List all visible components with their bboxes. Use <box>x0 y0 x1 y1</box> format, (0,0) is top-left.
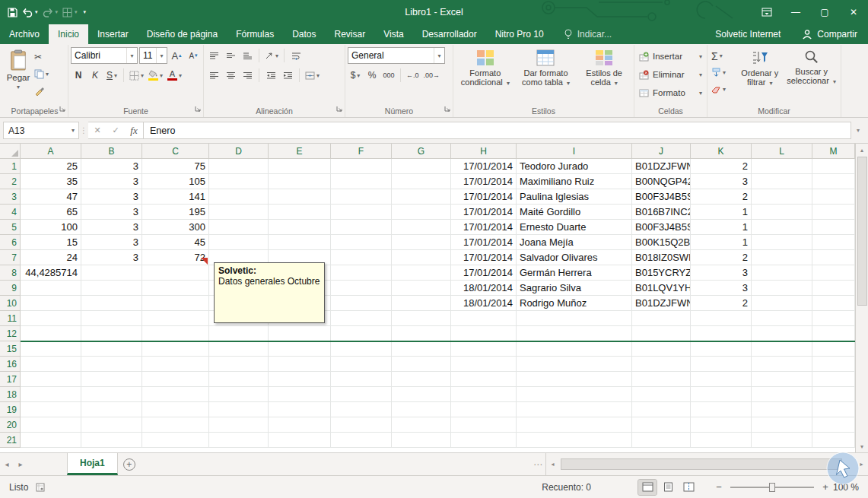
cell-B12[interactable] <box>81 326 142 341</box>
cell-K21[interactable] <box>691 433 752 448</box>
cell-B17[interactable] <box>81 372 142 387</box>
cell-D3[interactable] <box>209 189 269 205</box>
cell-E1[interactable] <box>269 159 331 174</box>
cell-L11[interactable] <box>752 311 812 326</box>
cell-D17[interactable] <box>209 372 269 387</box>
cell-F7[interactable] <box>331 250 392 265</box>
column-header-C[interactable]: C <box>142 144 209 159</box>
cell-H7[interactable]: 17/01/2014 <box>451 250 517 265</box>
cell-G20[interactable] <box>392 417 451 433</box>
cell-L18[interactable] <box>752 387 812 402</box>
cell-A15[interactable] <box>21 341 81 357</box>
cell-C10[interactable] <box>142 296 209 311</box>
cell-J21[interactable] <box>632 433 691 448</box>
align-bottom-button[interactable] <box>240 48 255 64</box>
decrease-indent-button[interactable] <box>263 68 278 84</box>
cell-D19[interactable] <box>209 402 269 417</box>
cell-I10[interactable]: Rodrigo Muñoz <box>517 296 632 311</box>
scroll-up-button[interactable]: ▴ <box>856 144 868 156</box>
cell-H16[interactable] <box>451 357 517 372</box>
cell-G1[interactable] <box>392 159 451 174</box>
cell-E21[interactable] <box>269 433 331 448</box>
row-header-5[interactable]: 5 <box>0 220 21 235</box>
chevron-down-icon[interactable]: ▾ <box>46 71 49 78</box>
name-box[interactable]: A13 ▾ <box>3 122 79 139</box>
merge-center-button[interactable]: ▾ <box>304 68 321 84</box>
cell-K9[interactable]: 3 <box>691 281 752 296</box>
row-header-2[interactable]: 2 <box>0 174 21 189</box>
redo-button[interactable]: ▾ <box>43 4 59 21</box>
chevron-down-icon[interactable]: ▾ <box>160 72 163 79</box>
ribbon-tab-nitro-pro-10[interactable]: Nitro Pro 10 <box>486 24 553 44</box>
maximize-button[interactable]: ▢ <box>810 0 839 24</box>
column-header-D[interactable]: D <box>209 144 269 159</box>
chevron-down-icon[interactable]: ▾ <box>720 52 723 59</box>
cell-L6[interactable] <box>752 235 812 250</box>
row-header-16[interactable]: 16 <box>0 357 21 372</box>
cell-I20[interactable] <box>517 417 632 433</box>
cell-J11[interactable] <box>632 311 691 326</box>
cell-J4[interactable]: B016B7INC2 <box>632 205 691 220</box>
cell-M5[interactable] <box>812 220 855 235</box>
cell-L17[interactable] <box>752 372 812 387</box>
cell-G12[interactable] <box>392 326 451 341</box>
cell-E19[interactable] <box>269 402 331 417</box>
scroll-down-button[interactable]: ▾ <box>856 440 868 452</box>
orientation-button[interactable]: ▾ <box>263 48 280 64</box>
cell-L7[interactable] <box>752 250 812 265</box>
cell-C11[interactable] <box>142 311 209 326</box>
cell-J12[interactable] <box>632 326 691 341</box>
cell-K20[interactable] <box>691 417 752 433</box>
sheet-tab-hoja1[interactable]: Hoja1 <box>67 453 118 475</box>
row-header-3[interactable]: 3 <box>0 189 21 205</box>
insert-function-button[interactable]: fx <box>125 122 143 138</box>
cell-J10[interactable]: B01DZJFWN0 <box>632 296 691 311</box>
cell-K7[interactable]: 2 <box>691 250 752 265</box>
percent-format-button[interactable]: % <box>364 68 380 84</box>
copy-button[interactable]: ▾ <box>33 66 50 81</box>
cell-I4[interactable]: Maité Gordillo <box>517 205 632 220</box>
row-header-6[interactable]: 6 <box>0 235 21 250</box>
increase-indent-button[interactable] <box>280 68 295 84</box>
save-button[interactable] <box>8 4 17 21</box>
chevron-down-icon[interactable]: ▾ <box>141 72 144 79</box>
cell-styles-button[interactable]: Estilos de celda ▾ <box>577 46 631 104</box>
cell-A3[interactable]: 47 <box>21 189 81 205</box>
sort-filter-button[interactable]: Ordenar y filtrar ▾ <box>735 46 784 104</box>
chevron-down-icon[interactable]: ▾ <box>357 72 360 79</box>
cell-M16[interactable] <box>812 357 855 372</box>
cell-I5[interactable]: Ernesto Duarte <box>517 220 632 235</box>
cell-E20[interactable] <box>269 417 331 433</box>
cell-M1[interactable] <box>812 159 855 174</box>
cell-E4[interactable] <box>269 205 331 220</box>
chevron-down-icon[interactable]: ▾ <box>275 52 278 59</box>
cell-A18[interactable] <box>21 387 81 402</box>
tellme-box[interactable]: Indicar... <box>553 24 622 44</box>
cell-J6[interactable]: B00K15Q2B0 <box>632 235 691 250</box>
cell-E3[interactable] <box>269 189 331 205</box>
normal-view-button[interactable] <box>638 480 657 495</box>
align-center-button[interactable] <box>223 68 238 84</box>
cell-D6[interactable] <box>209 235 269 250</box>
delete-cells-button[interactable]: Eliminar ▾ <box>637 66 704 83</box>
cell-K16[interactable] <box>691 357 752 372</box>
cell-G4[interactable] <box>392 205 451 220</box>
cell-B5[interactable]: 3 <box>81 220 142 235</box>
clipboard-dialog-launcher[interactable] <box>59 101 65 115</box>
cell-J16[interactable] <box>632 357 691 372</box>
bold-button[interactable]: N <box>71 68 86 84</box>
cell-E17[interactable] <box>269 372 331 387</box>
chevron-down-icon[interactable]: ▾ <box>114 72 117 79</box>
ribbon-tab-desarrollador[interactable]: Desarrollador <box>413 24 486 44</box>
cell-J7[interactable]: B018IZ0SWI <box>632 250 691 265</box>
cell-A10[interactable] <box>21 296 81 311</box>
chevron-down-icon[interactable]: ▾ <box>723 69 726 76</box>
cell-F10[interactable] <box>331 296 392 311</box>
cell-I3[interactable]: Paulina Iglesias <box>517 189 632 205</box>
macro-record-icon[interactable] <box>36 483 45 492</box>
add-sheet-button[interactable]: + <box>118 453 141 475</box>
wrap-text-button[interactable] <box>288 48 304 64</box>
cell-H10[interactable]: 18/01/2014 <box>451 296 517 311</box>
cell-F16[interactable] <box>331 357 392 372</box>
cell-J2[interactable]: B00NQGP42Y <box>632 174 691 189</box>
